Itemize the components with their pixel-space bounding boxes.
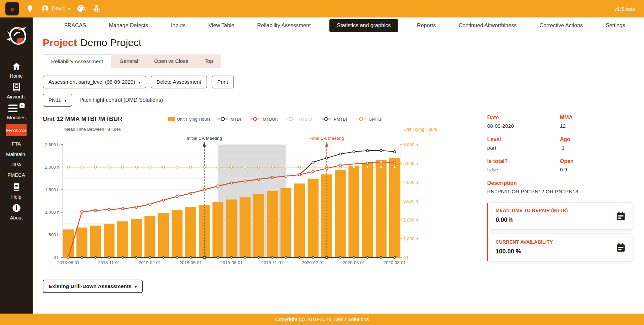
page-title-prefix: Project <box>43 37 77 48</box>
tab-reliability-assessment[interactable]: Reliability Assessment <box>253 20 315 31</box>
tab-continued-airworthiness[interactable]: Continued Airworthiness <box>455 20 521 31</box>
description-label: Description <box>487 180 633 186</box>
legend-item-mtbcf[interactable]: MTBCF <box>285 117 314 122</box>
chevron-down-icon: ▾ <box>68 7 70 11</box>
sidebar-collapse-button[interactable]: » <box>5 2 19 15</box>
sidebar-item-maintain[interactable]: Maintain. <box>6 151 27 157</box>
svg-text:0 h: 0 h <box>403 255 409 260</box>
flying-hours-bar <box>308 179 318 257</box>
sidebar-item-label: Help <box>11 194 22 200</box>
assessment-select[interactable]: Assessment parts_level (08-09-2020) ▾ <box>43 76 146 88</box>
svg-text:2019-05-01: 2019-05-01 <box>180 260 202 265</box>
svg-text:500 h: 500 h <box>48 232 60 237</box>
drilldown-select[interactable]: Existing Drill-Down Assessments ▾ <box>43 280 143 293</box>
left-axis-title: Mean Time Between Failures <box>64 127 121 132</box>
sidebar-item-airworth[interactable]: Airworth. <box>6 82 27 99</box>
svg-text:2019-08-01: 2019-08-01 <box>220 260 243 265</box>
mtbf-mtbur-chart[interactable]: 0 h500 h1,000 h1,500 h2,000 h2,500 h0 h1… <box>43 133 440 270</box>
app-window: » David ▾ v1.5 beta <box>0 0 644 325</box>
kpi-card-title: CURRENT AVAILABILITY <box>496 239 626 245</box>
pn-select[interactable]: PN11 ▾ <box>43 94 72 107</box>
legend-label: GMTBF <box>369 117 384 122</box>
app-logo-bird-icon[interactable] <box>5 25 28 48</box>
svg-text:3,000 h: 3,000 h <box>403 199 418 204</box>
flying-hours-bar <box>267 191 278 257</box>
subtab-general[interactable]: General <box>111 54 146 68</box>
tab-view-table[interactable]: View Table <box>205 20 239 31</box>
flying-hours-bar <box>375 160 386 257</box>
palette-icon[interactable] <box>77 4 85 13</box>
assessment-detail-panel: Date08-09-2020MMA12LevelpartAgo-1Is tota… <box>487 114 633 270</box>
sidebar-item-fmeca[interactable]: FMECA <box>6 172 27 178</box>
line-swatch-icon <box>320 117 332 121</box>
legend-label: Unit Flying Hours <box>177 117 211 122</box>
sidebar-item-help[interactable]: Help <box>6 182 27 200</box>
subtab-open-vs-close[interactable]: Open vs Close <box>146 54 196 68</box>
sidebar-item-about[interactable]: About <box>6 203 27 220</box>
pn-description: Pitch flight control (DMD Solutions) <box>79 97 163 103</box>
kpi-card-mean-time-to-repair-mttr: MEAN TIME TO REPAIR (MTTR)0.00 h <box>489 203 633 229</box>
legend-item-mtbur[interactable]: MTBUR <box>249 117 278 122</box>
subtab-top[interactable]: Top <box>196 54 221 68</box>
sidebar-item-label: FMECA <box>7 172 25 178</box>
tab-settings[interactable]: Settings <box>602 20 629 31</box>
sidebar-item-label: Modules <box>7 115 26 120</box>
sidebar-item-rpa[interactable]: RPA <box>6 162 27 167</box>
drilldown-select-label: Existing Drill-Down Assessments <box>49 283 132 289</box>
svg-text:0 h: 0 h <box>53 255 60 260</box>
legend-item-unit-flying-hours[interactable]: Unit Flying Hours <box>168 117 211 122</box>
sub-tabs: Reliability AssessmentGeneralOpen vs Clo… <box>43 54 221 68</box>
sidebar-item-fta[interactable]: FTA <box>6 141 27 147</box>
pn-select-label: PN11 <box>48 97 61 103</box>
bell-icon[interactable] <box>26 4 34 13</box>
delete-assessment-button[interactable]: Delete Assessment <box>151 76 207 88</box>
bug-icon[interactable] <box>92 4 101 13</box>
subtab-reliability-assessment[interactable]: Reliability Assessment <box>43 54 111 68</box>
page-title: ProjectDemo Project <box>43 37 633 48</box>
kpi-card-value: 100.00 % <box>496 248 626 255</box>
sidebar-item-modules[interactable]: ▾Modules <box>6 103 27 120</box>
primary-nav: FRACASManage DefectsInputsView TableReli… <box>43 17 633 34</box>
tab-inputs[interactable]: Inputs <box>167 20 190 31</box>
tab-statistics-and-graphics[interactable]: Statistics and graphics <box>329 19 398 32</box>
svg-text:2018-11-01: 2018-11-01 <box>98 260 120 265</box>
flying-hours-bar <box>226 200 237 257</box>
svg-text:6,000 h: 6,000 h <box>403 142 418 147</box>
kpi-card-current-availability: CURRENT AVAILABILITY100.00 % <box>489 234 633 261</box>
print-button[interactable]: Print <box>212 76 234 88</box>
right-axis-title: Unit Flying Hours <box>403 127 437 132</box>
legend-item-pmtbf[interactable]: PMTBF <box>320 117 349 122</box>
flying-hours-bar <box>253 194 264 257</box>
legend-label: MTBUR <box>263 117 278 122</box>
legend-label: PMTBF <box>334 117 349 122</box>
legend-item-gmtbf[interactable]: GMTBF <box>355 117 384 122</box>
kpi-card-value: 0.00 h <box>496 216 626 224</box>
flying-hours-bar <box>240 197 250 257</box>
sidebar-item-fracas[interactable]: FRACAS <box>6 124 27 136</box>
tab-manage-defects[interactable]: Manage Defects <box>105 20 152 31</box>
airworthiness-icon <box>12 82 21 92</box>
sidebar-nav: HomeAirworth.▾ModulesFRACASFTAMaintain.R… <box>6 58 27 224</box>
chart-section: Unit 12 MMA MTBF/MTBUR Unit Flying Hours… <box>43 114 440 270</box>
svg-text:Initial CA Meeting: Initial CA Meeting <box>187 136 222 141</box>
main-content: FRACASManage DefectsInputsView TableReli… <box>33 17 644 314</box>
svg-text:1,000 h: 1,000 h <box>45 210 60 215</box>
svg-text:4,000 h: 4,000 h <box>403 180 418 185</box>
svg-text:2,000 h: 2,000 h <box>403 217 418 222</box>
line-swatch-icon <box>249 117 261 121</box>
sidebar-item-home[interactable]: Home <box>6 62 27 79</box>
description-field: Description PN=PN11 OR PN=PN12 OR PN=PN1… <box>487 180 633 195</box>
user-menu[interactable]: David ▾ <box>41 5 70 13</box>
top-bar: » David ▾ v1.5 beta <box>0 0 644 17</box>
page-title-value: Demo Project <box>80 37 142 48</box>
about-icon <box>12 203 21 213</box>
svg-text:2020-05-01: 2020-05-01 <box>343 260 365 265</box>
legend-item-mtbf[interactable]: MTBF <box>217 117 242 122</box>
svg-text:2,500 h: 2,500 h <box>45 142 60 147</box>
tab-corrective-actions[interactable]: Corrective Actions <box>535 20 587 31</box>
detail-field-ago: Ago-1 <box>560 136 633 151</box>
field-value: 12 <box>560 123 633 129</box>
tab-reports[interactable]: Reports <box>413 20 440 31</box>
tab-fracas[interactable]: FRACAS <box>60 20 90 31</box>
sidebar-item-label: RPA <box>11 162 22 167</box>
